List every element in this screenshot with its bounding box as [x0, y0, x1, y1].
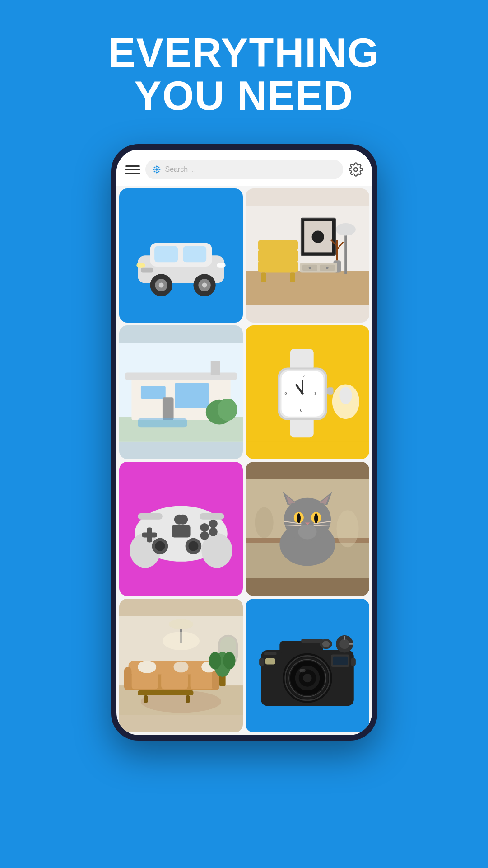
svg-rect-57 — [290, 349, 313, 371]
app-logo-icon — [152, 164, 162, 174]
svg-rect-29 — [344, 230, 347, 274]
svg-point-55 — [217, 398, 237, 420]
svg-text:6: 6 — [300, 407, 302, 412]
svg-point-130 — [223, 652, 235, 669]
svg-point-79 — [155, 541, 165, 551]
svg-point-85 — [200, 531, 209, 540]
svg-point-136 — [162, 631, 199, 650]
svg-point-2 — [155, 171, 157, 173]
svg-rect-87 — [200, 513, 224, 520]
svg-rect-160 — [259, 658, 264, 665]
svg-point-5 — [153, 167, 155, 169]
svg-point-82 — [200, 523, 209, 532]
car-illustration — [119, 188, 243, 323]
svg-rect-22 — [136, 263, 145, 268]
svg-point-123 — [173, 661, 188, 672]
cat-illustration — [246, 462, 369, 596]
svg-rect-37 — [258, 240, 298, 251]
svg-point-135 — [168, 619, 193, 629]
svg-rect-161 — [350, 658, 355, 665]
svg-point-81 — [188, 541, 198, 551]
svg-point-141 — [322, 641, 329, 647]
search-placeholder: Search ... — [165, 165, 196, 174]
headline-line2: YOU NEED — [108, 75, 380, 117]
svg-line-108 — [313, 525, 330, 525]
svg-rect-23 — [140, 268, 153, 273]
grid-item-living-room[interactable] — [119, 599, 243, 733]
svg-point-1 — [155, 166, 157, 168]
svg-rect-53 — [138, 418, 187, 427]
svg-rect-69 — [327, 387, 333, 394]
svg-rect-49 — [175, 383, 209, 408]
gamepad-illustration — [119, 462, 243, 596]
svg-text:9: 9 — [284, 390, 287, 395]
svg-point-103 — [314, 513, 318, 523]
svg-point-0 — [155, 168, 158, 171]
grid-item-gamepad[interactable] — [119, 462, 243, 596]
svg-rect-88 — [172, 525, 190, 537]
svg-rect-52 — [210, 361, 220, 375]
svg-rect-14 — [183, 246, 206, 263]
headline: EVERYTHING YOU NEED — [108, 32, 380, 117]
svg-point-129 — [209, 652, 221, 669]
svg-rect-157 — [265, 658, 275, 664]
svg-rect-133 — [186, 695, 189, 703]
svg-rect-39 — [290, 273, 295, 282]
svg-rect-36 — [258, 249, 298, 263]
svg-rect-51 — [162, 397, 173, 420]
grid-item-car[interactable] — [119, 188, 243, 323]
house-illustration — [119, 325, 243, 460]
menu-icon[interactable] — [125, 165, 140, 174]
app-header: Search ... — [116, 150, 372, 186]
phone-screen: Search ... — [116, 150, 372, 735]
svg-point-6 — [158, 171, 159, 173]
camera-illustration — [246, 599, 369, 733]
svg-rect-50 — [140, 386, 165, 398]
grid-item-interior[interactable] — [246, 188, 369, 323]
grid-item-house[interactable] — [119, 325, 243, 460]
svg-point-43 — [308, 267, 311, 269]
grid-item-camera[interactable] — [246, 599, 369, 733]
svg-rect-131 — [138, 690, 193, 695]
svg-rect-119 — [190, 671, 214, 689]
svg-point-122 — [138, 661, 156, 673]
svg-rect-86 — [138, 513, 163, 520]
settings-icon[interactable] — [349, 162, 363, 177]
svg-rect-156 — [264, 652, 276, 655]
svg-point-152 — [303, 674, 311, 682]
svg-point-71 — [339, 386, 352, 404]
svg-point-7 — [158, 167, 159, 169]
headline-line1: EVERYTHING — [108, 32, 380, 75]
svg-rect-38 — [261, 273, 266, 282]
svg-rect-159 — [333, 656, 348, 665]
svg-line-106 — [284, 525, 301, 525]
svg-point-110 — [336, 510, 358, 547]
watch-illustration: 12 3 6 9 — [246, 325, 369, 460]
svg-point-84 — [209, 528, 217, 536]
living-room-illustration — [119, 599, 243, 733]
phone-mockup: Search ... — [111, 144, 377, 741]
search-bar[interactable]: Search ... — [145, 160, 343, 179]
svg-point-30 — [336, 223, 356, 235]
svg-rect-146 — [301, 639, 323, 643]
svg-point-102 — [297, 513, 300, 523]
svg-point-90 — [178, 515, 188, 525]
svg-point-111 — [255, 507, 273, 538]
svg-text:3: 3 — [314, 390, 316, 395]
svg-rect-21 — [217, 263, 225, 268]
svg-point-20 — [202, 283, 207, 288]
grid-item-cat[interactable] — [246, 462, 369, 596]
svg-rect-120 — [124, 666, 131, 690]
grid-item-watch[interactable]: 12 3 6 9 — [246, 325, 369, 460]
svg-rect-13 — [154, 246, 178, 263]
svg-point-4 — [158, 169, 160, 170]
svg-rect-118 — [161, 671, 188, 689]
svg-rect-132 — [144, 695, 147, 703]
svg-rect-117 — [131, 671, 158, 689]
svg-point-109 — [298, 525, 316, 540]
svg-point-9 — [354, 168, 358, 171]
svg-text:12: 12 — [300, 373, 305, 378]
svg-point-17 — [158, 283, 163, 288]
svg-point-28 — [311, 230, 324, 243]
svg-point-153 — [299, 669, 306, 672]
